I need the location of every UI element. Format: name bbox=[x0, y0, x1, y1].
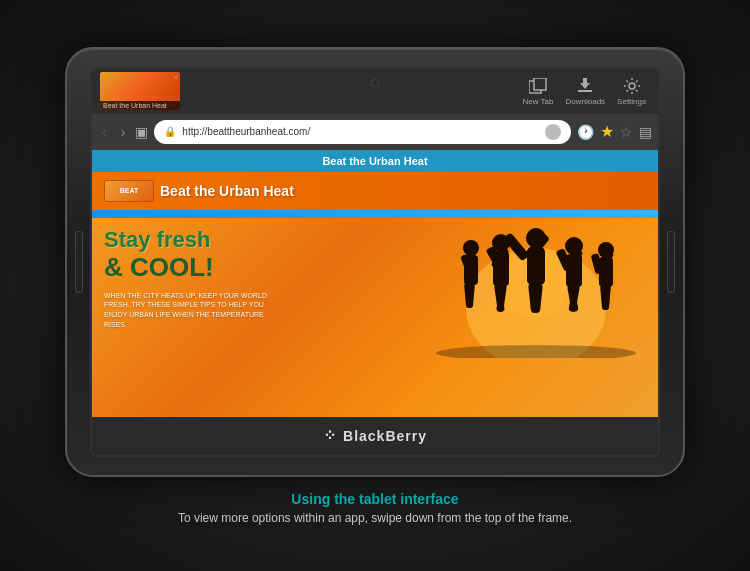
tab-area: Beat the Urban Heat × bbox=[100, 72, 517, 110]
history-icon[interactable]: 🕐 bbox=[577, 124, 594, 140]
site-blue-bar bbox=[92, 210, 658, 218]
site-logo-box: BEAT bbox=[104, 180, 154, 202]
svg-rect-1 bbox=[534, 78, 546, 90]
loading-spinner bbox=[545, 124, 561, 140]
site-headline: Stay fresh bbox=[104, 228, 416, 252]
page-actions: 🕐 ★ ☆ ▤ bbox=[577, 122, 652, 141]
scene: Beat the Urban Heat × New Tab bbox=[0, 0, 750, 571]
website-content: BEAT Beat the Urban Heat Stay fresh & CO… bbox=[92, 172, 658, 417]
downloads-button[interactable]: Downloads bbox=[566, 77, 606, 106]
settings-icon bbox=[621, 77, 643, 95]
svg-point-38 bbox=[436, 345, 636, 358]
downloads-icon bbox=[574, 77, 596, 95]
svg-point-8 bbox=[463, 240, 479, 256]
people-silhouette-svg bbox=[426, 228, 646, 358]
site-image-area bbox=[426, 228, 646, 358]
caption-body: To view more options within an app, swip… bbox=[178, 511, 572, 525]
lock-icon: 🔒 bbox=[164, 126, 176, 137]
site-main-content: Stay fresh & COOL! WHEN THE CITY HEATS U… bbox=[92, 218, 658, 368]
blackberry-logo: ⁘ BlackBerry bbox=[323, 426, 427, 445]
bookmark-add-icon[interactable]: ☆ bbox=[620, 124, 633, 140]
front-camera bbox=[371, 79, 379, 87]
blackberry-brand-text: BlackBerry bbox=[343, 428, 427, 444]
blackberry-brand-bar: ⁘ BlackBerry bbox=[92, 417, 658, 455]
active-tab[interactable]: Beat the Urban Heat × bbox=[100, 72, 180, 110]
address-bar-row: ‹ › ▣ 🔒 http://beattheurbanheat.com/ 🕐 ★… bbox=[92, 114, 658, 150]
blackberry-symbol: ⁘ bbox=[323, 426, 337, 445]
tabs-overview-icon[interactable]: ▣ bbox=[135, 124, 148, 140]
address-bar[interactable]: 🔒 http://beattheurbanheat.com/ bbox=[154, 120, 571, 144]
bookmark-star-icon[interactable]: ★ bbox=[600, 122, 614, 141]
tablet-device: Beat the Urban Heat × New Tab bbox=[65, 47, 685, 477]
page-title: Beat the Urban Heat bbox=[322, 155, 427, 167]
site-title-text: Beat the Urban Heat bbox=[160, 183, 294, 199]
svg-rect-4 bbox=[583, 78, 587, 85]
forward-button[interactable]: › bbox=[117, 122, 130, 142]
downloads-label: Downloads bbox=[566, 97, 606, 106]
caption-area: Using the tablet interface To view more … bbox=[178, 491, 572, 525]
site-logo-text: BEAT bbox=[120, 187, 139, 194]
tab-close-button[interactable]: × bbox=[173, 73, 178, 82]
site-body-text: WHEN THE CITY HEATS UP, KEEP YOUR WORLD … bbox=[104, 291, 284, 330]
svg-point-5 bbox=[629, 83, 635, 89]
site-text-area: Stay fresh & COOL! WHEN THE CITY HEATS U… bbox=[104, 228, 416, 358]
svg-rect-2 bbox=[578, 90, 592, 92]
tab-label: Beat the Urban Heat bbox=[100, 101, 180, 110]
settings-label: Settings bbox=[617, 97, 646, 106]
page-title-bar: Beat the Urban Heat bbox=[92, 150, 658, 172]
site-cool-text: & COOL! bbox=[104, 252, 416, 283]
tab-overflow-icon[interactable]: ▤ bbox=[639, 124, 652, 140]
caption-title: Using the tablet interface bbox=[178, 491, 572, 507]
site-logo-area: BEAT Beat the Urban Heat bbox=[104, 180, 294, 202]
settings-button[interactable]: Settings bbox=[617, 77, 646, 106]
browser-toolbar: Beat the Urban Heat × New Tab bbox=[92, 69, 658, 114]
new-tab-label: New Tab bbox=[523, 97, 554, 106]
back-button[interactable]: ‹ bbox=[98, 122, 111, 142]
tablet-screen: Beat the Urban Heat × New Tab bbox=[90, 67, 660, 457]
tab-thumbnail bbox=[100, 72, 180, 96]
new-tab-button[interactable]: New Tab bbox=[523, 77, 554, 106]
address-text: http://beattheurbanheat.com/ bbox=[182, 126, 539, 137]
new-tab-icon bbox=[527, 77, 549, 95]
toolbar-actions: New Tab Downloads bbox=[523, 77, 650, 106]
site-header: BEAT Beat the Urban Heat bbox=[92, 172, 658, 210]
